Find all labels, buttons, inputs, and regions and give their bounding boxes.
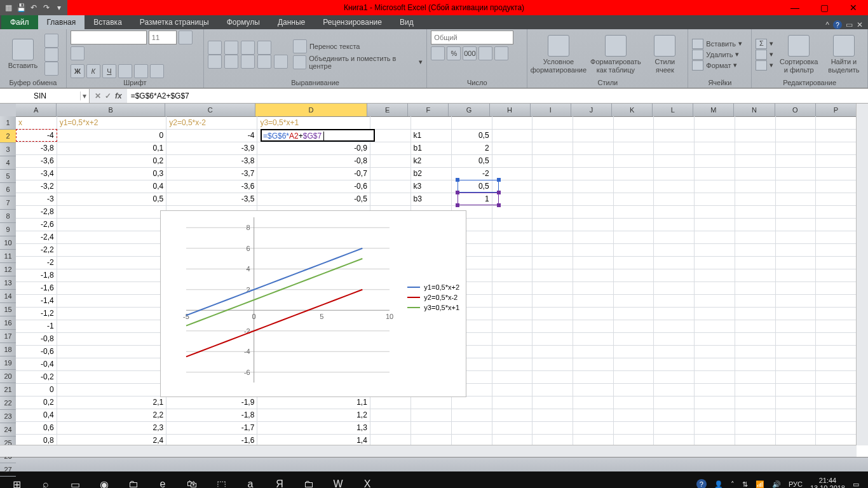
font-color-icon[interactable]: [150, 64, 164, 78]
amazon-icon[interactable]: a: [236, 474, 264, 488]
active-cell-editor[interactable]: =$G$6*A2+$G$7: [261, 129, 375, 142]
clock[interactable]: 21:4413.10.2018: [810, 477, 845, 488]
underline-icon[interactable]: Ч: [102, 64, 116, 78]
search-icon[interactable]: ⌕: [32, 474, 60, 488]
select-all-corner[interactable]: [0, 104, 17, 117]
enter-formula-icon[interactable]: ✓: [105, 92, 111, 100]
network-icon[interactable]: ⇅: [742, 480, 748, 489]
excel-taskbar-icon[interactable]: X: [353, 474, 381, 488]
column-headers[interactable]: ABCDEFGHIJKLMNOP: [16, 104, 857, 117]
font-name-select[interactable]: [71, 30, 147, 44]
vertical-scrollbar[interactable]: [856, 104, 868, 445]
format-table-button[interactable]: Форматировать как таблицу: [588, 34, 644, 74]
decrease-decimal-icon[interactable]: [494, 46, 508, 60]
paste-button[interactable]: Вставить: [4, 37, 42, 71]
font-size-select[interactable]: 11: [149, 30, 177, 44]
cells-area[interactable]: xy1=0,5*x+2y2=0,5*x-2y3=0,5*x+1-40-4k10,…: [16, 116, 857, 445]
undo-icon[interactable]: ↶: [28, 2, 39, 13]
align-middle-icon[interactable]: [224, 41, 238, 55]
align-center-icon[interactable]: [224, 55, 238, 69]
help-tray-icon[interactable]: ?: [696, 479, 707, 488]
maximize-button[interactable]: ▢: [810, 0, 839, 15]
find-select-button[interactable]: Найти и выделить: [824, 34, 864, 74]
ribbon-close-icon[interactable]: ✕: [857, 20, 863, 29]
insert-cells-button[interactable]: Вставить ▾: [692, 39, 742, 49]
explorer-icon[interactable]: 🗀: [295, 474, 323, 488]
store-icon[interactable]: 🛍: [178, 474, 206, 488]
tray-up-icon[interactable]: ˄: [731, 480, 735, 489]
cortana-icon[interactable]: ◉: [90, 474, 118, 488]
sort-filter-button[interactable]: Сортировка и фильтр: [776, 34, 822, 74]
decrease-indent-icon[interactable]: [257, 55, 271, 69]
clear-button[interactable]: ▾: [756, 60, 773, 71]
conditional-format-button[interactable]: Условное форматирование: [531, 34, 585, 74]
minimize-ribbon-icon[interactable]: ^: [825, 20, 829, 29]
language-indicator[interactable]: РУС: [789, 480, 803, 488]
number-format-select[interactable]: Общий: [431, 30, 513, 44]
volume-icon[interactable]: 🔊: [772, 480, 781, 489]
fx-icon[interactable]: fx: [115, 92, 122, 100]
cell-styles-button[interactable]: Стили ячеек: [646, 34, 684, 74]
percent-icon[interactable]: %: [447, 46, 461, 60]
align-right-icon[interactable]: [241, 55, 255, 69]
minimize-button[interactable]: —: [780, 0, 810, 15]
autosum-button[interactable]: Σ▾: [756, 39, 773, 49]
svg-text:4: 4: [247, 265, 250, 273]
file-tab[interactable]: Файл: [1, 15, 38, 29]
align-left-icon[interactable]: [208, 55, 222, 69]
name-box-dropdown[interactable]: ▾: [80, 92, 89, 100]
tab-layout[interactable]: Разметка страницы: [131, 15, 218, 29]
increase-decimal-icon[interactable]: [478, 46, 492, 60]
align-top-icon[interactable]: [208, 41, 222, 55]
merge-center-button[interactable]: Объединить и поместить в центре ▾: [293, 55, 423, 70]
folder-icon[interactable]: 🗀: [119, 474, 147, 488]
formula-input[interactable]: [127, 89, 868, 103]
word-icon[interactable]: W: [324, 474, 352, 488]
comma-icon[interactable]: 000: [463, 46, 477, 60]
italic-icon[interactable]: К: [86, 64, 100, 78]
delete-cells-button[interactable]: Удалить ▾: [692, 50, 742, 60]
name-box[interactable]: [0, 92, 80, 100]
qat-more-icon[interactable]: ▾: [53, 2, 65, 13]
save-icon[interactable]: 💾: [15, 2, 27, 13]
decrease-font-icon[interactable]: [71, 46, 85, 60]
format-cells-button[interactable]: Формат ▾: [692, 60, 742, 71]
redo-icon[interactable]: ↷: [41, 2, 52, 13]
edge-icon[interactable]: e: [149, 474, 177, 488]
increase-indent-icon[interactable]: [274, 55, 288, 69]
notifications-icon[interactable]: ▭: [853, 480, 859, 489]
wifi-icon[interactable]: 📶: [756, 480, 764, 489]
tab-view[interactable]: Вид: [391, 15, 423, 29]
cancel-formula-icon[interactable]: ✕: [95, 92, 101, 100]
wrap-text-button[interactable]: Перенос текста: [293, 39, 423, 53]
ref-g7-highlight: [458, 193, 499, 205]
orientation-icon[interactable]: [257, 41, 271, 55]
svg-text:5: 5: [320, 313, 323, 320]
embedded-chart[interactable]: -6-4-22468-50510 y1=0,5*x+2y2=0,5*x-2y3=…: [160, 210, 466, 397]
copy-icon[interactable]: [44, 48, 58, 62]
ribbon-options-icon[interactable]: ▭: [846, 20, 853, 29]
border-icon[interactable]: [118, 64, 132, 78]
tab-home[interactable]: Главная: [38, 15, 85, 29]
help-icon[interactable]: ?: [833, 20, 842, 29]
format-painter-icon[interactable]: [44, 62, 58, 76]
tab-review[interactable]: Рецензирование: [314, 15, 391, 29]
cut-icon[interactable]: [44, 34, 58, 48]
currency-icon[interactable]: [431, 46, 445, 60]
fill-color-icon[interactable]: [134, 64, 148, 78]
horizontal-scrollbar[interactable]: [0, 445, 857, 457]
yandex-icon[interactable]: Я: [266, 474, 294, 488]
ref-g6-highlight: [458, 180, 499, 193]
tab-formulas[interactable]: Формулы: [218, 15, 269, 29]
close-button[interactable]: ✕: [839, 0, 868, 15]
dropbox-icon[interactable]: ⬚: [207, 474, 235, 488]
bold-icon[interactable]: Ж: [71, 64, 85, 78]
fill-button[interactable]: ▾: [756, 50, 773, 60]
tab-data[interactable]: Данные: [269, 15, 314, 29]
align-bottom-icon[interactable]: [241, 41, 255, 55]
task-view-icon[interactable]: ▭: [61, 474, 89, 488]
row-headers[interactable]: 1234567891011121314151617181920212223242…: [0, 116, 16, 445]
tab-insert[interactable]: Вставка: [85, 15, 131, 29]
people-icon[interactable]: 👤: [714, 480, 723, 489]
increase-font-icon[interactable]: [179, 30, 193, 44]
